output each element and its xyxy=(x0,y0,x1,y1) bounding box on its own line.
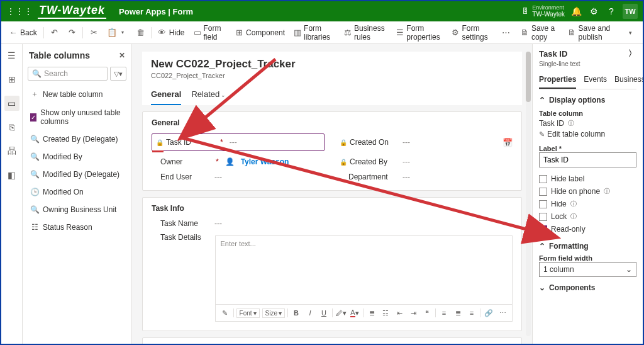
column-item[interactable]: 🔍Created By (Delegate) xyxy=(28,132,126,147)
hide-button[interactable]: 👁Hide xyxy=(154,25,189,40)
cut-button[interactable]: ✂ xyxy=(86,25,102,40)
environment-picker[interactable]: 🗄 Environment TW-Waytek xyxy=(522,5,565,18)
search-input[interactable]: 🔍 Search xyxy=(28,67,108,81)
rte-outdent[interactable]: ⇤ xyxy=(394,307,405,319)
settings-gear-icon[interactable]: ⚙ xyxy=(587,6,600,16)
field-task-name[interactable]: Task Name --- xyxy=(152,219,513,228)
column-item[interactable]: 🕒Modified On xyxy=(28,184,126,200)
rte-format-painter[interactable]: ✎ xyxy=(219,307,231,319)
info-icon[interactable]: ⓘ xyxy=(570,200,577,208)
rp-tab-events[interactable]: Events xyxy=(584,72,607,89)
field-department[interactable]: Department --- xyxy=(340,172,513,181)
save-copy-button[interactable]: 🗎Save a copy xyxy=(517,21,563,44)
close-panel-button[interactable]: ✕ xyxy=(119,51,125,60)
rte-indent[interactable]: ⇥ xyxy=(408,307,419,319)
rp-tab-business-rules[interactable]: Business rules xyxy=(614,72,643,89)
rp-lock-check[interactable] xyxy=(539,213,547,221)
rte-quote[interactable]: ❝ xyxy=(421,307,433,319)
component-button[interactable]: ⊞Component xyxy=(231,25,289,40)
rail-table-columns[interactable]: ▭ xyxy=(4,96,19,111)
overflow-button[interactable]: ⋯ xyxy=(498,25,514,40)
column-item[interactable]: 🔍Modified By (Delegate) xyxy=(28,167,126,182)
save-publish-chevron[interactable]: ▾ xyxy=(623,27,639,38)
rte-highlight[interactable]: 🖉▾ xyxy=(335,307,347,319)
section-general[interactable]: General 🔒Task ID * --- 🔒Created On --- 📅… xyxy=(142,111,522,191)
notifications-icon[interactable]: 🔔 xyxy=(570,6,582,16)
field-created-by[interactable]: 🔒Created By --- xyxy=(340,157,513,166)
rail-tree-view[interactable]: ☰ xyxy=(4,48,19,63)
rp-label-input[interactable] xyxy=(539,152,636,167)
rte-more[interactable]: ⋯ xyxy=(497,307,508,319)
rail-components[interactable]: ⊞ xyxy=(4,72,19,87)
search-icon: 🔍 xyxy=(32,69,42,78)
field-task-id[interactable]: 🔒Task ID * --- xyxy=(152,133,325,151)
info-icon[interactable]: ⓘ xyxy=(604,187,610,196)
info-icon[interactable]: ⓘ xyxy=(568,119,574,128)
more-icon: ⋯ xyxy=(502,28,511,37)
chevron-up-icon: ⌃ xyxy=(539,96,545,105)
field-created-on[interactable]: 🔒Created On --- 📅 xyxy=(340,133,513,151)
back-button[interactable]: ←Back xyxy=(5,25,41,40)
rp-hide-phone-check[interactable] xyxy=(539,188,547,196)
info-icon[interactable]: ⓘ xyxy=(570,212,577,221)
field-owner[interactable]: Owner * 👤 Tyler Wasson xyxy=(152,157,325,166)
rte-italic[interactable]: I xyxy=(304,307,316,319)
rp-hide-label-check[interactable] xyxy=(539,175,547,183)
form-properties-button[interactable]: ☰Form properties xyxy=(392,21,447,44)
rte-textarea[interactable]: Enter text... xyxy=(215,235,513,305)
rte-underline[interactable]: U xyxy=(318,307,330,319)
field-end-user[interactable]: End User --- xyxy=(152,172,325,181)
rte-font-color[interactable]: A▾ xyxy=(349,307,360,319)
undo-button[interactable]: ↶ xyxy=(46,25,62,40)
rp-hide-check[interactable] xyxy=(539,200,547,208)
field-value[interactable]: Tyler Wasson xyxy=(241,157,325,166)
section-task-info[interactable]: Task Info Task Name --- Task Details Ent… xyxy=(142,197,522,331)
redo-button[interactable]: ↷ xyxy=(64,25,80,40)
rp-edit-table-column[interactable]: ✎Edit table column xyxy=(539,130,636,139)
help-icon[interactable]: ? xyxy=(605,6,618,16)
form-libraries-button[interactable]: ▥Form libraries xyxy=(290,21,339,44)
rp-tab-properties[interactable]: Properties xyxy=(539,72,576,89)
business-rules-button[interactable]: ⚖Business rules xyxy=(340,21,391,44)
rte-align-left[interactable]: ≡ xyxy=(438,307,450,319)
scrollbar-thumb[interactable] xyxy=(526,52,531,102)
chevron-right-icon[interactable]: 〉 xyxy=(628,48,636,59)
delete-button[interactable]: 🗑 xyxy=(132,25,148,40)
rte-size-select[interactable]: Size▾ xyxy=(262,308,285,318)
rte-font-select[interactable]: Font▾ xyxy=(236,308,260,318)
rp-width-select[interactable]: 1 column ⌄ xyxy=(539,262,636,277)
only-unused-toggle[interactable]: ✓ Show only unused table columns xyxy=(28,105,126,129)
rte-bullet-list[interactable]: ≣ xyxy=(366,307,377,319)
field-value: --- xyxy=(402,172,513,181)
tab-general[interactable]: General xyxy=(151,86,181,105)
rail-form-libraries[interactable]: ⎘ xyxy=(4,120,19,135)
rp-display-options-header[interactable]: ⌃Display options xyxy=(539,96,636,105)
rte-align-right[interactable]: ≡ xyxy=(466,307,477,319)
column-label: Modified By xyxy=(43,152,82,161)
field-task-details[interactable]: Enter text... ✎ Font▾ Size▾ B I U 🖉▾ A▾ xyxy=(215,233,513,322)
new-table-column-button[interactable]: ＋ New table column xyxy=(28,86,126,103)
rail-business-rules[interactable]: 品 xyxy=(4,144,19,159)
user-avatar[interactable]: TW xyxy=(623,4,638,19)
form-field-button[interactable]: ▭Form field xyxy=(190,21,230,44)
filter-button[interactable]: ▽▾ xyxy=(110,67,126,81)
tab-related[interactable]: Related⌄ xyxy=(191,86,226,105)
column-item[interactable]: 🔍Modified By xyxy=(28,149,126,164)
rte-link[interactable]: 🔗 xyxy=(483,307,494,319)
column-item[interactable]: 🔍Owning Business Unit xyxy=(28,202,126,217)
app-launcher-icon[interactable]: ⋮⋮⋮ xyxy=(6,7,33,16)
rp-components-header[interactable]: ⌄Components xyxy=(539,283,636,292)
rp-formatting-header[interactable]: ⌃Formatting xyxy=(539,242,636,251)
section-other[interactable]: Other Task Details xyxy=(142,337,522,344)
paste-button[interactable]: 📋▾ xyxy=(103,25,131,40)
rte-number-list[interactable]: ☷ xyxy=(380,307,391,319)
rp-readonly-check[interactable]: ✓ xyxy=(539,225,547,234)
form-settings-button[interactable]: ⚙Form settings xyxy=(448,21,496,44)
field-label: Task Details xyxy=(160,233,201,242)
rte-align-center[interactable]: ≣ xyxy=(452,307,464,319)
column-item[interactable]: ☷Status Reason xyxy=(28,220,126,235)
rte-bold[interactable]: B xyxy=(291,307,302,319)
settings-icon: ⚙ xyxy=(452,28,459,37)
save-publish-button[interactable]: 🗎Save and publish xyxy=(564,21,621,44)
rail-more[interactable]: ◧ xyxy=(4,167,19,183)
